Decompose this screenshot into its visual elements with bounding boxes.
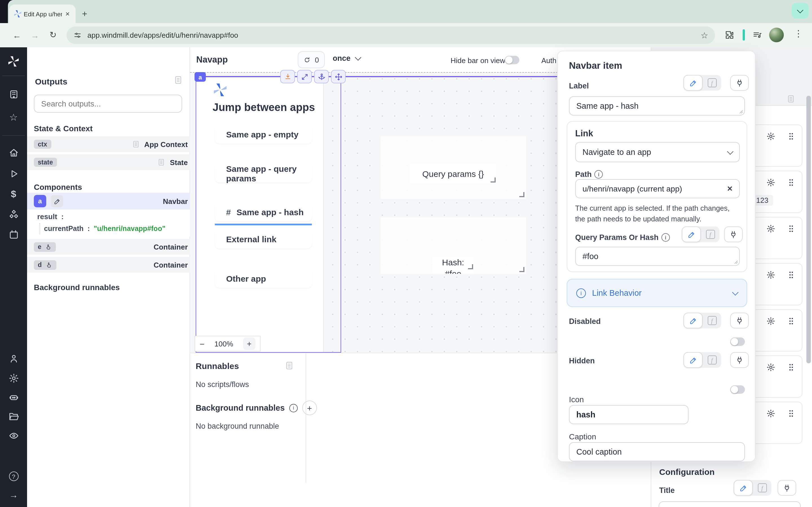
info-icon[interactable]: i xyxy=(661,233,670,242)
gear-icon[interactable] xyxy=(766,317,775,326)
gear-icon[interactable] xyxy=(766,132,775,141)
drag-handle-icon[interactable] xyxy=(786,409,796,418)
resize-grip-icon[interactable] xyxy=(733,259,738,264)
icon-input[interactable]: hash xyxy=(569,405,689,424)
gear-icon[interactable] xyxy=(766,363,775,372)
static-mode-button[interactable] xyxy=(683,313,703,328)
qph-connect-button[interactable] xyxy=(724,226,743,242)
add-bg-runnable-button[interactable]: + xyxy=(302,400,317,415)
state-row[interactable]: state State xyxy=(27,154,204,170)
label-connect-button[interactable] xyxy=(730,75,749,91)
runnables-doc-icon[interactable] xyxy=(285,361,294,370)
info-icon[interactable]: i xyxy=(595,170,603,179)
qph-textarea[interactable]: #foo xyxy=(575,247,740,266)
disabled-toggle[interactable] xyxy=(730,337,745,346)
component-move-button[interactable] xyxy=(331,70,346,83)
component-fullsize-button[interactable] xyxy=(297,70,312,83)
sidebar-item-audit[interactable] xyxy=(0,431,27,441)
nav-item-other-app[interactable]: Other app xyxy=(215,269,312,288)
bookmark-star-icon[interactable]: ☆ xyxy=(701,30,708,40)
sidebar-collapse-button[interactable]: → xyxy=(0,490,27,500)
tab-close-icon[interactable]: × xyxy=(65,10,70,18)
run-mode-select[interactable]: once xyxy=(333,54,360,62)
windmill-logo[interactable] xyxy=(7,55,20,68)
eval-mode-button[interactable]: f xyxy=(703,316,721,325)
new-tab-button[interactable]: + xyxy=(78,7,91,21)
browser-tab[interactable]: Edit App u/henri/navapp | Win × xyxy=(9,4,75,23)
edit-id-button[interactable] xyxy=(51,195,63,207)
search-outputs-input[interactable] xyxy=(34,95,182,113)
resize-corner[interactable] xyxy=(491,177,496,182)
resize-corner[interactable] xyxy=(519,192,524,197)
hash-container[interactable]: Hash: #foo xyxy=(380,217,526,274)
link-behavior-accordion[interactable]: i Link Behavior xyxy=(567,279,747,307)
sidebar-item-variables[interactable]: $ xyxy=(0,189,27,200)
gear-icon[interactable] xyxy=(766,270,775,279)
resize-corner[interactable] xyxy=(468,264,473,269)
path-input[interactable]: u/henri/navapp (current app) × xyxy=(575,179,740,198)
sidebar-item-favorites[interactable]: ☆ xyxy=(0,112,27,123)
eval-mode-button[interactable]: f xyxy=(753,483,771,492)
drag-handle-icon[interactable] xyxy=(786,270,796,279)
nav-item-query-params[interactable]: Same app - query params xyxy=(215,164,312,182)
sidebar-item-workers[interactable] xyxy=(0,392,27,403)
url-text[interactable]: app.windmill.dev/apps/edit/u/henri/navap… xyxy=(87,31,695,40)
zoom-out-button[interactable]: − xyxy=(200,339,205,348)
query-params-text[interactable]: Query params {} xyxy=(410,164,496,183)
drag-handle-icon[interactable] xyxy=(786,224,796,233)
sidebar-item-runs[interactable] xyxy=(0,168,27,179)
static-mode-button[interactable] xyxy=(683,75,703,91)
sidebar-item-folders[interactable] xyxy=(0,411,27,422)
nav-item-empty[interactable]: Same app - empty xyxy=(215,125,312,144)
title-connect-button[interactable] xyxy=(777,480,796,496)
gear-icon[interactable] xyxy=(766,409,775,418)
extensions-icon[interactable] xyxy=(724,30,734,40)
hidden-connect-button[interactable] xyxy=(730,352,749,368)
hidden-toggle[interactable] xyxy=(730,385,745,394)
hide-bar-toggle[interactable] xyxy=(505,56,519,64)
sidebar-item-settings[interactable] xyxy=(0,373,27,384)
avatar[interactable] xyxy=(769,27,784,42)
clear-path-icon[interactable]: × xyxy=(727,184,732,194)
sidebar-item-workspace[interactable] xyxy=(0,89,27,100)
static-mode-button[interactable] xyxy=(683,352,703,368)
hash-text[interactable]: Hash: #foo xyxy=(433,257,474,274)
link-type-select[interactable]: Navigate to an app xyxy=(575,142,740,162)
eval-mode-button[interactable]: f xyxy=(703,78,721,87)
drag-handle-icon[interactable] xyxy=(786,317,796,326)
media-controls-icon[interactable] xyxy=(752,30,762,40)
drag-handle-icon[interactable] xyxy=(786,132,796,141)
caption-input[interactable]: Cool caption xyxy=(569,442,745,461)
tab-search-button[interactable] xyxy=(792,3,809,18)
refresh-counter[interactable]: 0 xyxy=(298,51,325,68)
sidebar-item-home[interactable] xyxy=(0,148,27,158)
drag-handle-icon[interactable] xyxy=(786,363,796,372)
label-textarea[interactable]: Same app - hash xyxy=(569,96,745,115)
sidebar-item-users[interactable] xyxy=(0,353,27,364)
drag-handle-icon[interactable] xyxy=(786,178,796,187)
sidebar-item-resources[interactable] xyxy=(0,209,27,220)
browser-menu-icon[interactable]: ⋮ xyxy=(794,28,803,39)
eval-mode-button[interactable]: f xyxy=(701,230,719,239)
sidebar-item-schedules[interactable] xyxy=(0,229,27,240)
component-anchor-button[interactable] xyxy=(314,70,329,83)
back-button[interactable]: ← xyxy=(9,27,25,43)
disabled-connect-button[interactable] xyxy=(730,313,749,328)
resize-corner[interactable] xyxy=(519,267,524,272)
static-mode-button[interactable] xyxy=(682,226,701,242)
site-settings-icon[interactable] xyxy=(73,31,82,40)
container-d-row[interactable]: d Container xyxy=(27,257,204,273)
reload-button[interactable]: ↻ xyxy=(45,27,61,43)
doc-icon[interactable] xyxy=(786,95,795,103)
outputs-doc-icon[interactable] xyxy=(174,75,183,84)
gear-icon[interactable] xyxy=(766,224,775,233)
eval-mode-button[interactable]: f xyxy=(703,355,721,364)
zoom-in-button[interactable]: + xyxy=(243,337,255,350)
resize-grip-icon[interactable] xyxy=(738,109,743,114)
component-expand-down-button[interactable] xyxy=(280,70,295,83)
omnibox[interactable]: app.windmill.dev/apps/edit/u/henri/navap… xyxy=(66,26,715,44)
gear-icon[interactable] xyxy=(766,178,775,187)
container-e-row[interactable]: e Container xyxy=(27,239,204,255)
ctx-row[interactable]: ctx App Context xyxy=(27,136,204,152)
query-params-container[interactable]: Query params {} xyxy=(380,136,526,199)
